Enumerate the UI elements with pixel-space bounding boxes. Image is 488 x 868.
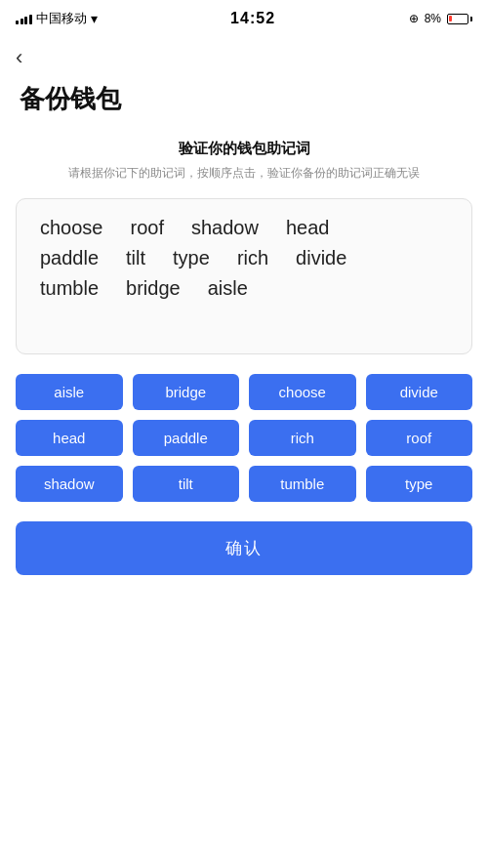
word-row-3: tumble bridge aisle (40, 277, 448, 300)
page-title: 备份钱包 (0, 74, 488, 140)
display-word-aisle: aisle (208, 277, 248, 300)
battery-percent: 8% (425, 12, 441, 25)
status-right: ⊕ 8% (409, 12, 472, 25)
display-word-rich: rich (237, 247, 268, 269)
word-btn-divide[interactable]: divide (366, 374, 473, 410)
display-word-choose: choose (40, 217, 103, 239)
wifi-icon: ▾ (91, 11, 98, 26)
word-btn-bridge[interactable]: bridge (133, 374, 240, 410)
word-btn-shadow[interactable]: shadow (16, 466, 123, 502)
status-bar: 中国移动 ▾ 14:52 ⊕ 8% (0, 0, 488, 33)
confirm-btn-wrapper: 确认 (16, 521, 472, 575)
word-btn-rich[interactable]: rich (249, 420, 356, 456)
section-description: 请根据你记下的助记词，按顺序点击，验证你备份的助记词正确无误 (0, 164, 488, 183)
word-btn-aisle[interactable]: aisle (16, 374, 123, 410)
word-btn-roof[interactable]: roof (366, 420, 473, 456)
word-btn-head[interactable]: head (16, 420, 123, 456)
display-word-bridge: bridge (126, 277, 181, 300)
word-buttons-grid: aisle bridge choose divide head paddle r… (16, 374, 472, 502)
display-word-shadow: shadow (191, 217, 259, 239)
word-btn-tilt[interactable]: tilt (133, 466, 240, 502)
status-left: 中国移动 ▾ (16, 10, 98, 27)
battery-icon (447, 14, 472, 24)
back-button[interactable]: ‹ (0, 33, 38, 74)
confirm-button[interactable]: 确认 (16, 521, 472, 575)
display-word-roof: roof (131, 217, 164, 239)
display-word-tilt: tilt (126, 247, 145, 269)
word-display-box: choose roof shadow head paddle tilt type… (16, 198, 472, 354)
word-btn-tumble[interactable]: tumble (249, 466, 356, 502)
display-word-divide: divide (296, 247, 346, 269)
clock: 14:52 (230, 10, 275, 27)
display-word-type: type (173, 247, 210, 269)
display-word-paddle: paddle (40, 247, 99, 269)
word-btn-choose[interactable]: choose (249, 374, 356, 410)
signal-icon (16, 13, 32, 24)
word-btn-type[interactable]: type (366, 466, 473, 502)
display-word-head-1: head (286, 217, 330, 239)
section-subtitle: 验证你的钱包助记词 (0, 140, 488, 158)
carrier-label: 中国移动 (36, 10, 87, 27)
lock-icon: ⊕ (409, 12, 419, 25)
display-word-tumble: tumble (40, 277, 99, 300)
word-row-2: paddle tilt type rich divide (40, 247, 448, 269)
word-btn-paddle[interactable]: paddle (133, 420, 240, 456)
word-row-1: choose roof shadow head (40, 217, 448, 239)
